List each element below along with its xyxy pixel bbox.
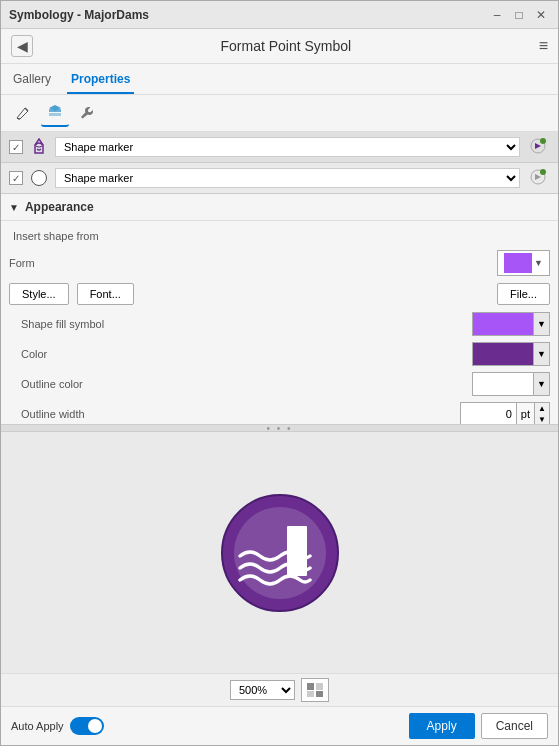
content-area: ▼ Appearance Insert shape from Form ▼ — [1, 194, 558, 706]
font-button[interactable]: Font... — [77, 283, 134, 305]
layer-row-1: ✓ Shape marker — [1, 132, 558, 163]
outline-width-unit: pt — [516, 403, 534, 424]
wrench-icon — [79, 105, 95, 121]
color-row: Color ▼ — [9, 339, 550, 369]
apply-button[interactable]: Apply — [409, 713, 475, 739]
header-row: ◀ Format Point Symbol ≡ — [1, 29, 558, 64]
back-button[interactable]: ◀ — [11, 35, 33, 57]
color-swatch — [473, 343, 533, 365]
toolbar-row — [1, 95, 558, 132]
layers-icon — [47, 104, 63, 120]
close-button[interactable]: ✕ — [532, 6, 550, 24]
cancel-button[interactable]: Cancel — [481, 713, 548, 739]
svg-rect-14 — [316, 691, 323, 697]
color-label: Color — [9, 348, 89, 360]
brush-icon — [15, 105, 31, 121]
svg-rect-12 — [307, 691, 314, 697]
minimize-button[interactable]: – — [488, 6, 506, 24]
zoom-tool-icon — [307, 683, 323, 697]
shape-fill-row: Shape fill symbol ▼ — [9, 309, 550, 339]
resize-handle[interactable]: • • • — [1, 424, 558, 432]
svg-point-5 — [540, 138, 546, 144]
outline-width-increment[interactable]: ▲ — [535, 403, 549, 414]
auto-apply-toggle[interactable] — [70, 717, 104, 735]
color-dropdown-arrow[interactable]: ▼ — [533, 343, 549, 365]
appearance-section-header[interactable]: ▼ Appearance — [1, 194, 558, 221]
outline-color-button[interactable]: ▼ — [472, 372, 550, 396]
auto-apply-row: Auto Apply — [11, 717, 104, 735]
outline-width-decrement[interactable]: ▼ — [535, 414, 549, 424]
shape-fill-dropdown-arrow[interactable]: ▼ — [533, 313, 549, 335]
dam-preview-svg — [215, 488, 345, 618]
form-dropdown-arrow: ▼ — [534, 258, 543, 268]
window-title: Symbology - MajorDams — [9, 8, 149, 22]
layer-row-2: ✓ Shape marker — [1, 163, 558, 194]
shape-fill-label: Shape fill symbol — [9, 318, 104, 330]
zoom-select[interactable]: 500% 100% 200% 1000% — [230, 680, 295, 700]
tab-properties[interactable]: Properties — [67, 68, 134, 94]
menu-button[interactable]: ≡ — [539, 37, 548, 55]
outline-color-dropdown-arrow[interactable]: ▼ — [533, 373, 549, 395]
brush-tool-button[interactable] — [9, 99, 37, 127]
outline-color-label: Outline color — [9, 378, 89, 390]
layer1-icon — [29, 137, 49, 157]
svg-rect-13 — [316, 683, 323, 690]
layer2-type-select[interactable]: Shape marker — [55, 168, 520, 188]
layer2-action-icon — [529, 168, 547, 186]
shape-fill-swatch — [473, 313, 533, 335]
layer2-icon — [29, 168, 49, 188]
layer1-action-icon — [529, 137, 547, 155]
style-font-file-row: Style... Font... File... — [9, 279, 550, 309]
bottom-bar: Auto Apply Apply Cancel — [1, 706, 558, 745]
insert-shape-label: Insert shape from — [9, 228, 99, 244]
form-row: Form ▼ — [9, 247, 550, 279]
main-window: Symbology - MajorDams – □ ✕ ◀ Format Poi… — [0, 0, 559, 746]
auto-apply-label: Auto Apply — [11, 720, 64, 732]
layer1-checkbox[interactable]: ✓ — [9, 140, 23, 154]
shape-marker-icon-1 — [29, 137, 49, 157]
outline-color-row: Outline color ▼ — [9, 369, 550, 399]
form-label: Form — [9, 257, 89, 269]
outline-width-label: Outline width — [9, 408, 89, 420]
restore-button[interactable]: □ — [510, 6, 528, 24]
outline-width-input[interactable] — [461, 403, 516, 424]
toggle-knob — [88, 719, 102, 733]
bottom-buttons: Apply Cancel — [409, 713, 548, 739]
zoom-tool-button[interactable] — [301, 678, 329, 702]
svg-rect-11 — [307, 683, 314, 690]
layer2-action-button[interactable] — [526, 166, 550, 190]
collapse-icon: ▼ — [9, 202, 19, 213]
form-image-swatch — [504, 253, 532, 273]
layer1-action-button[interactable] — [526, 135, 550, 159]
zoom-bar: 500% 100% 200% 1000% — [1, 673, 558, 706]
format-point-symbol-title: Format Point Symbol — [220, 38, 351, 54]
appearance-content: Insert shape from Form ▼ Style... Font..… — [1, 221, 558, 424]
title-bar: Symbology - MajorDams – □ ✕ — [1, 1, 558, 29]
color-button[interactable]: ▼ — [472, 342, 550, 366]
outline-color-swatch — [473, 373, 533, 395]
properties-panel: ▼ Appearance Insert shape from Form ▼ — [1, 194, 558, 424]
svg-rect-1 — [49, 113, 61, 116]
appearance-label: Appearance — [25, 200, 94, 214]
file-button[interactable]: File... — [497, 283, 550, 305]
outline-width-row: Outline width pt ▲ ▼ — [9, 399, 550, 424]
style-button[interactable]: Style... — [9, 283, 69, 305]
layers-tool-button[interactable] — [41, 99, 69, 127]
svg-point-7 — [540, 169, 546, 175]
preview-area — [1, 432, 558, 673]
outline-width-spinners: ▲ ▼ — [534, 403, 549, 424]
shape-fill-color-button[interactable]: ▼ — [472, 312, 550, 336]
window-controls: – □ ✕ — [488, 6, 550, 24]
layer1-type-select[interactable]: Shape marker — [55, 137, 520, 157]
tab-gallery[interactable]: Gallery — [9, 68, 55, 94]
insert-shape-row: Insert shape from — [9, 225, 550, 247]
wrench-tool-button[interactable] — [73, 99, 101, 127]
circle-icon — [31, 170, 47, 186]
form-image-button[interactable]: ▼ — [497, 250, 550, 276]
tabs-row: Gallery Properties — [1, 64, 558, 95]
outline-width-input-group: pt ▲ ▼ — [460, 402, 550, 424]
layer2-checkbox[interactable]: ✓ — [9, 171, 23, 185]
